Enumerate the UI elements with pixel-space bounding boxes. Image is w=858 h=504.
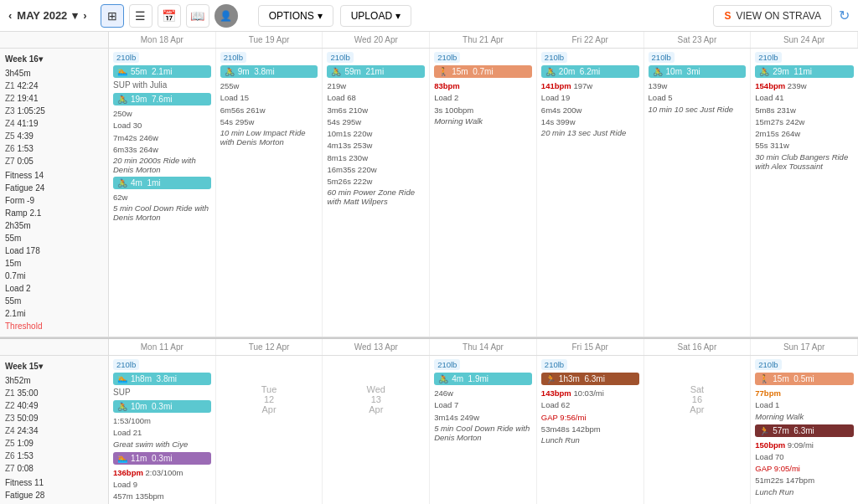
- week1-label[interactable]: Week 16▾: [5, 53, 103, 65]
- week2-label[interactable]: Week 15▾: [5, 360, 103, 373]
- day-sun24: 210lb 🚴 29m 11mi 154bpm 239w Load 41 5m8…: [751, 49, 858, 337]
- activity-swim-sup[interactable]: 🏊 55m 2.1mi: [113, 65, 211, 78]
- activity-bike-wed20[interactable]: 🚴 59m 21mi: [327, 65, 425, 78]
- run-icon-sun17: 🏃: [759, 426, 769, 435]
- activity-bike-tue19[interactable]: 🚴 9m 3.8mi: [220, 65, 318, 78]
- walk-icon-sun17: 🚶: [759, 374, 769, 383]
- day-header-sun24: Sun 24 Apr: [751, 32, 858, 48]
- run-icon-thu: 🚶: [438, 67, 448, 76]
- day-header-tue19: Tue 19 Apr: [216, 32, 323, 48]
- top-header: ‹ MAY 2022 ▾ › ⊞ ☰ 📅 📖 👤 OPTIONS ▾ UPLOA…: [0, 0, 858, 32]
- bike-icon-mon11: 🚴: [117, 402, 127, 411]
- strava-button[interactable]: S VIEW ON STRAVA: [713, 5, 832, 27]
- activity-swim-mon11-2[interactable]: 🏊 11m 0.3mi: [113, 452, 211, 465]
- day-tue12: Tue 12 Apr: [216, 356, 323, 504]
- day-header-thu21: Thu 21 Apr: [430, 32, 537, 48]
- chevron-left-icon[interactable]: ‹: [8, 9, 12, 22]
- swim-icon: 🏊: [117, 67, 127, 76]
- threshold-label: Threshold: [5, 320, 103, 332]
- day-header-mon11: Mon 11 Apr: [109, 339, 216, 355]
- day-header-sat16: Sat 16 Apr: [644, 339, 752, 355]
- activity-walk-thu21[interactable]: 🚶 15m 0.7mi: [434, 65, 532, 78]
- bike-icon-thu14: 🚴: [438, 374, 448, 383]
- bike-icon-sat: 🚴: [653, 67, 663, 76]
- day-header-wed13: Wed 13 Apr: [323, 339, 430, 355]
- day-sat16: Sat 16 Apr: [644, 356, 752, 504]
- day-header-tue12: Tue 12 Apr: [216, 339, 323, 355]
- activity-run-fri15[interactable]: 🏃 1h3m 6.3mi: [541, 373, 639, 385]
- day-fri15: 210lb 🏃 1h3m 6.3mi 143bpm 10:03/mi Load …: [537, 356, 644, 504]
- activity-bike-fri22[interactable]: 🚴 20m 6.2mi: [541, 65, 639, 78]
- week1-day-headers: Mon 18 Apr Tue 19 Apr Wed 20 Apr Thu 21 …: [0, 32, 858, 49]
- day-header-fri22: Fri 22 Apr: [537, 32, 644, 48]
- day-fri22: 210lb 🚴 20m 6.2mi 141bpm 197w Load 19 6m…: [537, 49, 644, 337]
- activity-walk-sun17[interactable]: 🚶 15m 0.5mi: [755, 373, 854, 385]
- day-thu21: 210lb 🚶 15m 0.7mi 83bpm Load 2 3s 100bpm…: [430, 49, 537, 337]
- chevron-down-icon[interactable]: ▾: [72, 9, 78, 22]
- options-button[interactable]: OPTIONS ▾: [258, 5, 333, 27]
- nav-icons: ⊞ ☰ 📅 📖 👤: [101, 4, 238, 28]
- week2-day-headers: Mon 11 Apr Tue 12 Apr Wed 13 Apr Thu 14 …: [0, 337, 858, 356]
- day-sat23: 210lb 🚴 10m 3mi 139w Load 5 10 min 10 se…: [644, 49, 752, 337]
- day-header-wed20: Wed 20 Apr: [323, 32, 430, 48]
- bike-icon-2: 🚴: [117, 178, 127, 188]
- grid-view-button[interactable]: ⊞: [101, 4, 124, 28]
- bike-icon-fri: 🚴: [545, 67, 556, 76]
- swim-icon-mon11: 🏊: [117, 374, 127, 383]
- activity-swim-mon11[interactable]: 🏊 1h8m 3.8mi: [113, 373, 211, 385]
- day-mon18: 210lb 🏊 55m 2.1mi SUP with Julia 🚴 19m 7…: [109, 49, 216, 337]
- list-view-button[interactable]: ☰: [129, 4, 152, 28]
- day-header-sat23: Sat 23 Apr: [644, 32, 752, 48]
- avatar[interactable]: 👤: [214, 4, 238, 28]
- day-header-sun17: Sun 17 Apr: [751, 339, 858, 355]
- day-wed20: 210lb 🚴 59m 21mi 219w Load 68 3m6s 210w5…: [323, 49, 430, 337]
- week1-row: Week 16▾ 3h45m Z1 42:24 Z2 19:41 Z3 1:05…: [0, 49, 858, 337]
- week2-summary: Week 15▾ 3h52m Z1 35:00 Z2 40:49 Z3 50:0…: [0, 356, 109, 504]
- book-view-button[interactable]: 📖: [186, 4, 209, 28]
- month-nav[interactable]: ‹ MAY 2022 ▾ ›: [8, 9, 87, 22]
- day-sun17: 210lb 🚶 15m 0.5mi 77bpm Load 1 Morning W…: [751, 356, 858, 504]
- swim-icon-mon11-2: 🏊: [117, 454, 127, 463]
- activity-bike-sun24[interactable]: 🚴 29m 11mi: [755, 65, 854, 78]
- day-header-thu14: Thu 14 Apr: [430, 339, 537, 355]
- activity-bike-mon18-2[interactable]: 🚴 4m 1mi: [113, 177, 211, 189]
- activity-bike-mon11[interactable]: 🚴 10m 0.3mi: [113, 400, 211, 413]
- refresh-icon[interactable]: ↻: [839, 8, 850, 23]
- week2-row: Week 15▾ 3h52m Z1 35:00 Z2 40:49 Z3 50:0…: [0, 356, 858, 504]
- chevron-right-icon[interactable]: ›: [83, 9, 86, 22]
- strava-logo: S: [724, 10, 731, 22]
- activity-bike-mon18-1[interactable]: 🚴 19m 7.6mi: [113, 93, 211, 105]
- bike-icon-sun: 🚴: [759, 67, 769, 76]
- calendar: Mon 18 Apr Tue 19 Apr Wed 20 Apr Thu 21 …: [0, 32, 858, 504]
- week1-summary: Week 16▾ 3h45m Z1 42:24 Z2 19:41 Z3 1:05…: [0, 49, 109, 337]
- activity-bike-thu14[interactable]: 🚴 4m 1.9mi: [434, 373, 532, 385]
- calendar-view-button[interactable]: 📅: [158, 4, 181, 28]
- upload-button[interactable]: UPLOAD ▾: [340, 5, 411, 27]
- run-icon-fri15: 🏃: [545, 374, 556, 383]
- day-wed13: Wed 13 Apr: [323, 356, 430, 504]
- day-header-mon18: Mon 18 Apr: [109, 32, 216, 48]
- day-header-fri15: Fri 15 Apr: [537, 339, 644, 355]
- month-label: MAY 2022: [17, 9, 67, 22]
- bike-icon-wed: 🚴: [331, 67, 341, 76]
- activity-run-sun17[interactable]: 🏃 57m 6.3mi: [755, 424, 854, 437]
- day-mon11: 210lb 🏊 1h8m 3.8mi SUP 🚴 10m 0.3mi 1:53/…: [109, 356, 216, 504]
- day-thu14: 210lb 🚴 4m 1.9mi 246w Load 7 3m14s 249w …: [430, 356, 537, 504]
- day-tue19: 210lb 🚴 9m 3.8mi 255w Load 15 6m56s 261w…: [216, 49, 323, 337]
- bike-icon-tue: 🚴: [225, 67, 235, 76]
- activity-bike-sat23[interactable]: 🚴 10m 3mi: [649, 65, 747, 78]
- bike-icon: 🚴: [117, 95, 127, 104]
